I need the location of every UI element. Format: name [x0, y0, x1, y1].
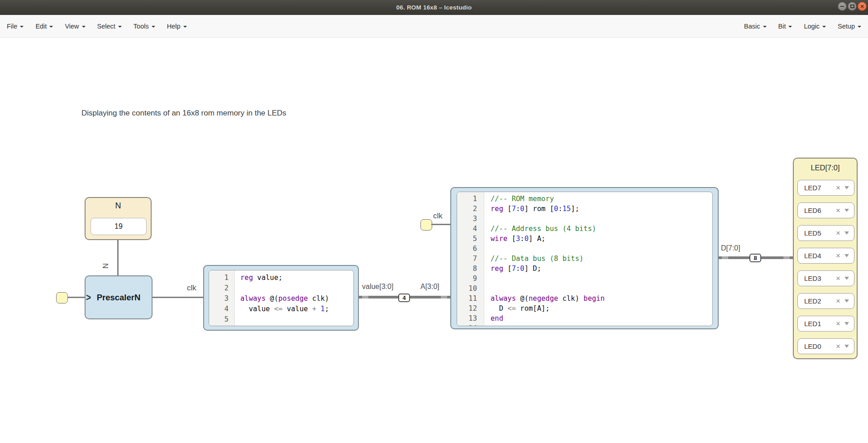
code-editor-counter[interactable]: 12345 reg value; always @(posedge clk) v…: [209, 270, 354, 326]
clear-icon[interactable]: ×: [836, 297, 840, 305]
code-line: [491, 274, 712, 284]
clear-icon[interactable]: ×: [836, 274, 840, 282]
clear-icon[interactable]: ×: [836, 207, 840, 214]
clear-icon[interactable]: ×: [836, 184, 840, 192]
menu-item-label: Select: [97, 23, 115, 30]
constant-block-label: N: [86, 201, 151, 211]
code-block-counter[interactable]: 12345 reg value; always @(posedge clk) v…: [203, 265, 359, 331]
line-number: 3: [209, 294, 229, 304]
led-select-value: LED2: [804, 297, 836, 305]
window-titlebar[interactable]: 06. ROM 16x8 – Icestudio ✕: [0, 0, 868, 15]
led-output-block[interactable]: LED[7:0] LED7×LED6×LED5×LED4×LED3×LED2×L…: [793, 158, 858, 359]
menu-item-label: Basic: [744, 23, 760, 30]
input-pin-prescaler[interactable]: [56, 292, 68, 303]
close-button[interactable]: ✕: [858, 2, 867, 11]
clear-icon[interactable]: ×: [836, 342, 840, 350]
minimize-button[interactable]: [838, 2, 847, 11]
line-number: 9: [457, 274, 477, 284]
code-line: always @(posedge clk): [240, 294, 353, 304]
led-select-led1[interactable]: LED1×: [797, 316, 854, 332]
menu-item-file[interactable]: File: [1, 19, 29, 34]
menu-item-bit[interactable]: Bit: [773, 19, 798, 34]
chevron-down-icon: [858, 26, 861, 28]
menubar: FileEditViewSelectToolsHelp BasicBitLogi…: [0, 15, 868, 38]
menu-item-label: Logic: [804, 23, 820, 30]
line-number: 5: [209, 314, 229, 325]
code-line: D <= rom[A];: [491, 303, 712, 313]
code-line: [240, 283, 353, 294]
code-line: //-- Data bus (8 bits): [491, 254, 712, 264]
led-select-value: LED1: [804, 320, 836, 327]
constant-block-n[interactable]: N 19: [85, 197, 152, 240]
menu-item-select[interactable]: Select: [91, 19, 128, 34]
chevron-down-icon[interactable]: [844, 254, 849, 257]
code-line: [491, 323, 712, 326]
menu-item-edit[interactable]: Edit: [29, 19, 59, 34]
chevron-down-icon[interactable]: [844, 322, 849, 325]
led-select-value: LED0: [804, 342, 836, 350]
chevron-down-icon[interactable]: [844, 277, 849, 280]
chevron-down-icon: [118, 26, 122, 28]
led-select-led6[interactable]: LED6×: [797, 202, 854, 218]
close-icon: ✕: [860, 4, 864, 9]
constant-value-input[interactable]: 19: [91, 218, 147, 235]
canvas-description-text: Displaying the contents of an 16x8 rom m…: [81, 109, 286, 118]
window-controls: ✕: [838, 2, 867, 11]
chevron-down-icon[interactable]: [844, 231, 849, 235]
clear-icon[interactable]: ×: [836, 252, 840, 260]
menu-item-label: Edit: [35, 23, 47, 30]
code-area-counter[interactable]: reg value; always @(posedge clk) value <…: [235, 270, 353, 326]
design-canvas[interactable]: Displaying the contents of an 16x8 rom m…: [0, 38, 868, 443]
code-line: [491, 214, 712, 224]
code-line: always @(negedge clk) begin: [491, 294, 712, 303]
chevron-down-icon: [822, 26, 826, 28]
port-label-n: N: [102, 263, 110, 269]
led-select-led4[interactable]: LED4×: [797, 248, 854, 264]
menu-item-label: Setup: [838, 23, 855, 30]
led-select-led0[interactable]: LED0×: [797, 338, 854, 354]
code-block-rom[interactable]: 1234567891011121314 //-- ROM memoryreg […: [450, 187, 719, 329]
menu-item-tools[interactable]: Tools: [128, 19, 161, 34]
maximize-icon: [850, 5, 854, 8]
code-line: wire [3:0] A;: [491, 234, 712, 244]
chevron-down-icon[interactable]: [844, 209, 849, 212]
line-numbers-counter: 12345: [209, 270, 235, 326]
led-select-led2[interactable]: LED2×: [797, 293, 854, 309]
menu-item-label: Bit: [778, 23, 786, 30]
code-line: end: [491, 313, 712, 323]
menu-right: BasicBitLogicSetup: [738, 19, 867, 34]
chevron-down-icon: [82, 26, 86, 28]
menu-item-help[interactable]: Help: [161, 19, 193, 34]
code-line: reg [7:0] D;: [491, 264, 712, 274]
led-select-led7[interactable]: LED7×: [797, 180, 854, 196]
line-number: 3: [457, 214, 477, 224]
code-line: reg [7:0] rom [0:15];: [491, 204, 712, 214]
bus-width-badge-4: 4: [398, 294, 410, 302]
input-pin-clk-rom[interactable]: [420, 219, 432, 231]
prescaler-block[interactable]: > PrescalerN: [85, 275, 153, 319]
code-area-rom[interactable]: //-- ROM memoryreg [7:0] rom [0:15]; //-…: [484, 192, 712, 326]
led-select-led3[interactable]: LED3×: [797, 270, 854, 286]
chevron-down-icon[interactable]: [844, 345, 849, 348]
maximize-button[interactable]: [848, 2, 857, 11]
clear-icon[interactable]: ×: [836, 229, 840, 237]
code-line: reg value;: [240, 273, 353, 283]
chevron-down-icon: [20, 26, 24, 28]
code-editor-rom[interactable]: 1234567891011121314 //-- ROM memoryreg […: [457, 192, 713, 326]
led-select-led5[interactable]: LED5×: [797, 225, 854, 241]
code-line: [491, 244, 712, 254]
chevron-down-icon[interactable]: [844, 186, 849, 189]
window-title: 06. ROM 16x8 – Icestudio: [396, 4, 472, 11]
menu-item-setup[interactable]: Setup: [832, 19, 867, 34]
menu-left: FileEditViewSelectToolsHelp: [1, 19, 193, 34]
chevron-down-icon: [49, 26, 53, 28]
menu-item-basic[interactable]: Basic: [738, 19, 772, 34]
line-number: 11: [457, 294, 477, 303]
menu-item-logic[interactable]: Logic: [798, 19, 832, 34]
clear-icon[interactable]: ×: [836, 320, 840, 327]
menu-item-view[interactable]: View: [59, 19, 91, 34]
line-number: 1: [209, 273, 229, 283]
line-numbers-rom: 1234567891011121314: [457, 192, 484, 326]
code-line: [491, 284, 712, 294]
chevron-down-icon[interactable]: [844, 299, 849, 303]
